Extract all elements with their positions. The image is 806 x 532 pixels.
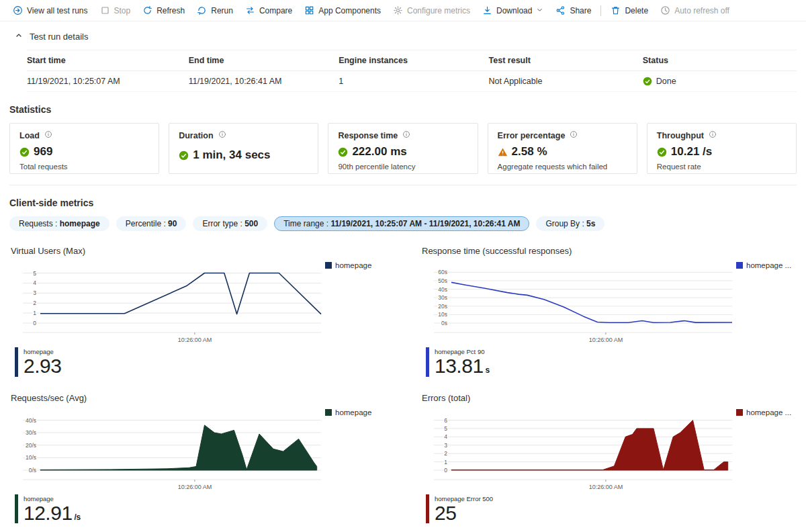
details-value-start-time: 11/19/2021, 10:25:07 AM: [27, 71, 189, 92]
legend-swatch-icon: [736, 262, 743, 269]
toolbar-divider: [600, 5, 601, 16]
svg-text:2: 2: [33, 300, 36, 306]
toolbar-button-rerun[interactable]: Rerun: [191, 0, 239, 21]
toolbar-button-view-all-test-runs[interactable]: View all test runs: [7, 0, 94, 21]
filter-pill-time-range[interactable]: Time range : 11/19/2021, 10:25:07 AM - 1…: [274, 216, 529, 231]
stat-card-title: Response time: [338, 131, 398, 140]
chart-legend[interactable]: homepage ...: [736, 408, 797, 416]
metric-filter-pills: Requests : homepagePercentile : 90Error …: [9, 216, 797, 231]
stat-card-load: Load969Total requests: [9, 123, 159, 174]
chart-plot-response-time-successful-responses: 0s10s20s30s40s50s60s10:26:00 AM: [420, 261, 736, 345]
details-header-end-time: End time: [189, 50, 339, 71]
test-run-details-toggle[interactable]: Test run details: [0, 21, 806, 50]
svg-text:6: 6: [444, 416, 447, 423]
svg-text:10:26:00 AM: 10:26:00 AM: [178, 337, 212, 343]
toolbar-button-compare[interactable]: Compare: [239, 0, 298, 21]
info-icon[interactable]: [44, 130, 52, 140]
chart-block-errors-total: Errors (total)012345610:26:00 AMhomepage…: [420, 393, 797, 524]
toolbar-button-auto-refresh-off: Auto refresh off: [654, 0, 735, 21]
chart-legend[interactable]: homepage: [325, 408, 386, 416]
svg-text:30/s: 30/s: [26, 429, 36, 436]
stat-card-subtitle: 90th percentile latency: [338, 163, 467, 171]
stat-card-title: Throughput: [657, 131, 704, 140]
legend-swatch-icon: [325, 262, 332, 269]
rerun-icon: [197, 5, 207, 15]
warning-triangle-icon: [498, 147, 508, 157]
chart-summary-stat: homepage Error 50025: [426, 494, 797, 524]
chart-title: Errors (total): [422, 393, 797, 403]
arrow-circle-right-icon: [13, 5, 23, 15]
stat-card-title: Duration: [179, 131, 213, 140]
toolbar-label: Download: [496, 6, 532, 15]
toolbar-label: Auto refresh off: [674, 6, 729, 15]
toolbar-label: Refresh: [156, 6, 185, 15]
svg-text:40/s: 40/s: [26, 416, 36, 423]
success-check-icon: [643, 77, 652, 86]
stat-series-label: homepage Error 500: [435, 495, 493, 502]
info-icon: [44, 130, 52, 138]
svg-text:0s: 0s: [441, 320, 447, 326]
test-run-details-label: Test run details: [30, 32, 88, 42]
toolbar-button-delete[interactable]: Delete: [604, 0, 654, 21]
info-icon: [709, 130, 717, 138]
chart-title: Virtual Users (Max): [11, 246, 386, 256]
chart-summary-stat: homepage2.93: [15, 347, 386, 377]
chart-title: Requests/sec (Avg): [11, 393, 386, 403]
svg-text:5: 5: [444, 425, 447, 431]
stat-big-value: 2.93: [24, 355, 61, 377]
toolbar-button-refresh[interactable]: Refresh: [136, 0, 191, 21]
stat-color-bar: [15, 494, 18, 524]
chart-legend[interactable]: homepage ...: [736, 261, 797, 269]
chart-legend[interactable]: homepage: [325, 261, 386, 269]
svg-text:10s: 10s: [438, 311, 447, 318]
filter-pill-error-type[interactable]: Error type : 500: [193, 216, 267, 231]
info-icon[interactable]: [402, 130, 410, 140]
svg-text:3: 3: [444, 441, 447, 448]
statistics-heading: Statistics: [9, 104, 806, 115]
stat-card-subtitle: Request rate: [657, 163, 787, 171]
toolbar-button-configure-metrics: Configure metrics: [387, 0, 476, 21]
svg-text:0: 0: [444, 467, 447, 474]
info-icon[interactable]: [570, 130, 578, 140]
toolbar-label: Share: [570, 6, 591, 15]
stat-card-value: 10.21 /s: [671, 145, 712, 159]
compare-arrows-icon: [245, 5, 255, 15]
svg-text:10/s: 10/s: [26, 454, 36, 461]
chart-plot-virtual-users-max: 01234510:26:00 AM: [9, 261, 325, 345]
toolbar-button-app-components[interactable]: App Components: [298, 0, 387, 21]
svg-text:10:26:00 AM: 10:26:00 AM: [589, 484, 623, 490]
share-icon: [555, 5, 566, 15]
info-icon[interactable]: [709, 130, 717, 140]
client-side-metrics-heading: Client-side metrics: [9, 197, 806, 208]
info-icon: [402, 130, 410, 138]
divider: [9, 185, 797, 185]
svg-text:4: 4: [33, 279, 36, 286]
stat-card-value: 2.58 %: [512, 145, 547, 159]
legend-swatch-icon: [736, 409, 743, 416]
statistics-cards: Load969Total requestsDuration1 min, 34 s…: [9, 123, 797, 174]
toolbar-label: Configure metrics: [407, 6, 470, 15]
svg-text:0: 0: [33, 320, 36, 326]
legend-label: homepage ...: [746, 408, 791, 416]
toolbar-label: Delete: [625, 6, 648, 15]
download-icon: [482, 5, 492, 15]
toolbar-button-download[interactable]: Download: [476, 0, 549, 21]
details-value-engine-instances: 1: [339, 71, 488, 92]
success-check-icon: [19, 147, 30, 157]
stat-big-value: 12.91/s: [24, 502, 81, 524]
client-side-charts: Virtual Users (Max)01234510:26:00 AMhome…: [9, 246, 797, 523]
filter-pill-requests[interactable]: Requests : homepage: [9, 216, 109, 231]
filter-pill-percentile[interactable]: Percentile : 90: [116, 216, 187, 231]
toolbar-label: Rerun: [211, 6, 233, 15]
toolbar: View all test runsStopRefreshRerunCompar…: [0, 0, 806, 21]
clock-icon: [660, 5, 670, 15]
stat-big-value: 25: [435, 502, 493, 524]
toolbar-button-share[interactable]: Share: [549, 0, 597, 21]
refresh-icon: [142, 5, 152, 15]
stat-unit: /s: [75, 513, 81, 522]
chart-plot-requests-sec-avg: 0/s10/s20/s30/s40/s10:26:00 AM: [9, 408, 325, 492]
details-value-status: Done: [643, 71, 797, 92]
info-icon[interactable]: [218, 130, 226, 140]
filter-pill-group-by[interactable]: Group By : 5s: [536, 216, 604, 231]
toolbar-label: View all test runs: [27, 6, 88, 15]
